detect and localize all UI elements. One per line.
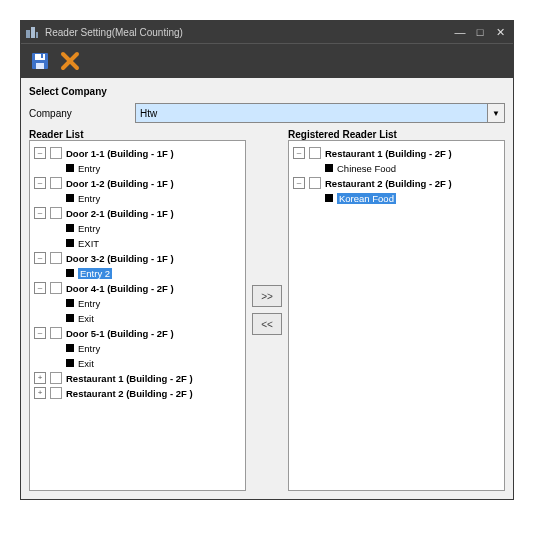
window-title: Reader Setting(Meal Counting) bbox=[45, 27, 449, 38]
tree-node[interactable]: Entry bbox=[52, 221, 241, 235]
tree-node-label: Entry bbox=[78, 223, 100, 234]
tree-node-label: Entry 2 bbox=[78, 268, 112, 279]
titlebar: Reader Setting(Meal Counting) — □ ✕ bbox=[21, 21, 513, 43]
folder-icon bbox=[50, 387, 62, 399]
reader-icon bbox=[66, 224, 74, 232]
svg-rect-2 bbox=[36, 32, 38, 38]
maximize-button[interactable]: □ bbox=[471, 25, 489, 39]
collapse-icon[interactable]: – bbox=[34, 282, 46, 294]
tree-node[interactable]: –Door 1-2 (Building - 1F ) bbox=[34, 176, 241, 190]
folder-icon bbox=[50, 327, 62, 339]
tree-node-label: Door 5-1 (Building - 2F ) bbox=[66, 328, 174, 339]
tree-node[interactable]: –Door 4-1 (Building - 2F ) bbox=[34, 281, 241, 295]
svg-rect-1 bbox=[31, 27, 35, 38]
tree-node[interactable]: –Door 5-1 (Building - 2F ) bbox=[34, 326, 241, 340]
tree-indent bbox=[52, 313, 62, 323]
reader-icon bbox=[66, 164, 74, 172]
tree-node[interactable]: Entry bbox=[52, 296, 241, 310]
tree-node-label: Exit bbox=[78, 358, 94, 369]
tree-node-label: Door 3-2 (Building - 1F ) bbox=[66, 253, 174, 264]
expand-icon[interactable]: + bbox=[34, 372, 46, 384]
tree-node[interactable]: Entry bbox=[52, 161, 241, 175]
tree-node-label: Restaurant 2 (Building - 2F ) bbox=[66, 388, 193, 399]
collapse-icon[interactable]: – bbox=[34, 147, 46, 159]
company-value: Htw bbox=[140, 108, 157, 119]
collapse-icon[interactable]: – bbox=[293, 147, 305, 159]
tree-node[interactable]: Entry bbox=[52, 341, 241, 355]
reader-list[interactable]: –Door 1-1 (Building - 1F )Entry–Door 1-2… bbox=[29, 140, 246, 491]
tree-node[interactable]: –Door 1-1 (Building - 1F ) bbox=[34, 146, 241, 160]
tree-node[interactable]: +Restaurant 1 (Building - 2F ) bbox=[34, 371, 241, 385]
chevron-down-icon: ▼ bbox=[487, 104, 504, 122]
svg-rect-0 bbox=[26, 30, 30, 38]
tree-node[interactable]: –Restaurant 1 (Building - 2F ) bbox=[293, 146, 500, 160]
close-button[interactable] bbox=[59, 50, 81, 72]
reader-icon bbox=[66, 239, 74, 247]
tree-node-label: Door 1-2 (Building - 1F ) bbox=[66, 178, 174, 189]
tree-node-label: Entry bbox=[78, 343, 100, 354]
company-row: Company Htw ▼ bbox=[29, 103, 505, 123]
tree-node-label: Door 2-1 (Building - 1F ) bbox=[66, 208, 174, 219]
folder-icon bbox=[50, 177, 62, 189]
folder-icon bbox=[50, 372, 62, 384]
registered-reader-list[interactable]: –Restaurant 1 (Building - 2F )Chinese Fo… bbox=[288, 140, 505, 491]
tree-indent bbox=[52, 193, 62, 203]
tree-indent bbox=[52, 238, 62, 248]
collapse-icon[interactable]: – bbox=[293, 177, 305, 189]
reader-list-title: Reader List bbox=[29, 129, 246, 140]
reader-icon bbox=[66, 194, 74, 202]
tree-node-label: Entry bbox=[78, 163, 100, 174]
tree-node-label: Chinese Food bbox=[337, 163, 396, 174]
tree-node[interactable]: EXIT bbox=[52, 236, 241, 250]
tree-node[interactable]: –Door 2-1 (Building - 1F ) bbox=[34, 206, 241, 220]
svg-rect-5 bbox=[36, 63, 44, 69]
tree-node[interactable]: –Door 3-2 (Building - 1F ) bbox=[34, 251, 241, 265]
expand-icon[interactable]: + bbox=[34, 387, 46, 399]
tree-node[interactable]: Exit bbox=[52, 356, 241, 370]
tree-node-label: Restaurant 1 (Building - 2F ) bbox=[325, 148, 452, 159]
toolbar bbox=[21, 43, 513, 78]
tree-node[interactable]: Entry bbox=[52, 191, 241, 205]
tree-node[interactable]: –Restaurant 2 (Building - 2F ) bbox=[293, 176, 500, 190]
tree-indent bbox=[52, 298, 62, 308]
tree-node-label: Restaurant 2 (Building - 2F ) bbox=[325, 178, 452, 189]
tree-node[interactable]: Chinese Food bbox=[311, 161, 500, 175]
tree-node[interactable]: Entry 2 bbox=[52, 266, 241, 280]
reader-icon bbox=[66, 359, 74, 367]
add-button[interactable]: >> bbox=[252, 285, 282, 307]
select-company-label: Select Company bbox=[29, 86, 505, 97]
close-window-button[interactable]: ✕ bbox=[491, 25, 509, 39]
collapse-icon[interactable]: – bbox=[34, 327, 46, 339]
tree-node-label: Door 1-1 (Building - 1F ) bbox=[66, 148, 174, 159]
app-icon bbox=[25, 25, 39, 39]
tree-node[interactable]: +Restaurant 2 (Building - 2F ) bbox=[34, 386, 241, 400]
transfer-buttons: >> << bbox=[252, 129, 282, 491]
reader-icon bbox=[66, 299, 74, 307]
tree-indent bbox=[311, 193, 321, 203]
collapse-icon[interactable]: – bbox=[34, 252, 46, 264]
content-area: Select Company Company Htw ▼ Reader List… bbox=[21, 78, 513, 499]
tree-indent bbox=[52, 223, 62, 233]
folder-icon bbox=[50, 207, 62, 219]
folder-icon bbox=[50, 282, 62, 294]
tree-node-label: Restaurant 1 (Building - 2F ) bbox=[66, 373, 193, 384]
tree-indent bbox=[52, 268, 62, 278]
reader-icon bbox=[66, 314, 74, 322]
svg-rect-4 bbox=[35, 54, 45, 60]
minimize-button[interactable]: — bbox=[451, 25, 469, 39]
tree-node[interactable]: Korean Food bbox=[311, 191, 500, 205]
tree-node[interactable]: Exit bbox=[52, 311, 241, 325]
tree-indent bbox=[311, 163, 321, 173]
remove-button[interactable]: << bbox=[252, 313, 282, 335]
tree-node-label: Entry bbox=[78, 193, 100, 204]
collapse-icon[interactable]: – bbox=[34, 177, 46, 189]
folder-icon bbox=[50, 252, 62, 264]
tree-node-label: EXIT bbox=[78, 238, 99, 249]
collapse-icon[interactable]: – bbox=[34, 207, 46, 219]
reader-icon bbox=[325, 164, 333, 172]
window: Reader Setting(Meal Counting) — □ ✕ Sele… bbox=[20, 20, 514, 500]
save-button[interactable] bbox=[29, 50, 51, 72]
tree-indent bbox=[52, 343, 62, 353]
company-select[interactable]: Htw ▼ bbox=[135, 103, 505, 123]
folder-icon bbox=[309, 177, 321, 189]
